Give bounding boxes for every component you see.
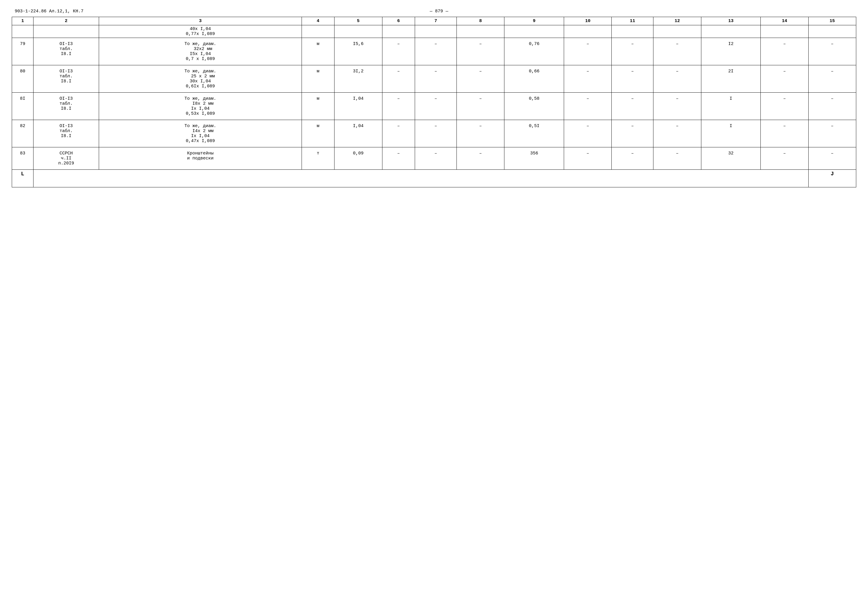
col-header-13: 13 [701,17,761,25]
row-81-col15: – [808,93,856,120]
row-80-col8: – [457,65,504,93]
row-79-col13: I2 [701,38,761,65]
row-79-col14: – [761,38,808,65]
footer-left: L [12,170,34,187]
row-82-col14: – [761,120,808,148]
row-80-col3: То же, диам. 25 х 2 мм 30х I,040,6Iх I,0… [99,65,302,93]
row-79-col3: То же, диам. 32х2 мм I5х I,040,7 х I,089 [99,38,302,65]
top-extra-col3: 40х I,04 0,77х I,089 [99,25,302,38]
row-79-col3-pre: То же, диам. 32х2 мм [184,42,216,51]
footer-right: J [808,170,856,187]
row-80-col6: – [382,65,415,93]
table-row: 8I ОI-I3 табл. I8.I То же, диам. I8х 2 м… [12,93,856,120]
row-82-col13: I [701,120,761,148]
row-82-col8: – [457,120,504,148]
col-header-2: 2 [34,17,99,25]
row-80-col13: 2I [701,65,761,93]
col-header-8: 8 [457,17,504,25]
col-header-15: 15 [808,17,856,25]
row-83-col12: – [653,148,701,170]
col-header-14: 14 [761,17,808,25]
row-num-83: 83 [12,148,34,170]
row-num-80: 80 [12,65,34,93]
top-extra-line2: 0,77х I,089 [186,31,215,36]
table-row: 79 ОI-I3 табл. I8.I То же, диам. 32х2 мм… [12,38,856,65]
col-header-11: 11 [612,17,653,25]
header-row: 1 2 3 4 5 6 7 8 9 10 11 12 13 14 15 [12,17,856,25]
row-83-col11: – [612,148,653,170]
row-81-col10: – [564,93,612,120]
row-83-col5: 0,09 [335,148,382,170]
row-80-col12: – [653,65,701,93]
row-num-82: 82 [12,120,34,148]
row-79-col10: – [564,38,612,65]
row-82-col7: – [415,120,457,148]
col-header-5: 5 [335,17,382,25]
row-81-col3-post: Iх I,040,53х I,089 [186,106,215,116]
row-83-col2: ССРСН ч.II п.20I9 [34,148,99,170]
row-79-col12: – [653,38,701,65]
row-num-79: 79 [12,38,34,65]
row-80-col4: м [302,65,335,93]
col-header-1: 1 [12,17,34,25]
row-83-col8: – [457,148,504,170]
col-header-12: 12 [653,17,701,25]
row-80-col14: – [761,65,808,93]
row-83-col14: – [761,148,808,170]
row-79-col7: – [415,38,457,65]
row-81-col14: – [761,93,808,120]
row-79-col4: м [302,38,335,65]
row-80-col7: – [415,65,457,93]
table-row: 82 ОI-I3 табл. I8.I То же, диам. I4х 2 м… [12,120,856,148]
page-header: 903-1-224.86 Ал.12,1, КН.7 — 879 — [12,9,856,14]
row-82-col3-post: Iх I,040,47х I,089 [186,134,215,143]
row-82-col3-pre: То же, диам. I4х 2 мм [184,124,216,134]
row-81-col4: м [302,93,335,120]
row-79-col11: – [612,38,653,65]
row-82-col10: – [564,120,612,148]
col-header-9: 9 [504,17,564,25]
row-83-col3: Кронштейныи подвески [99,148,302,170]
top-extra-line1: 40х I,04 [189,26,211,31]
row-82-col4: м [302,120,335,148]
col-header-3: 3 [99,17,302,25]
row-81-col8: – [457,93,504,120]
row-79-col9: 0,76 [504,38,564,65]
row-82-col2: ОI-I3 табл. I8.I [34,120,99,148]
table-row: 83 ССРСН ч.II п.20I9 Кронштейныи подвеск… [12,148,856,170]
row-83-col6: – [382,148,415,170]
row-81-col3: То же, диам. I8х 2 мм Iх I,040,53х I,089 [99,93,302,120]
top-extra-col2 [34,25,99,38]
row-81-col2: ОI-I3 табл. I8.I [34,93,99,120]
row-79-col8: – [457,38,504,65]
col-header-6: 6 [382,17,415,25]
row-83-col15: – [808,148,856,170]
row-82-col6: – [382,120,415,148]
top-extra-col1 [12,25,34,38]
col-header-7: 7 [415,17,457,25]
row-80-col2: ОI-I3 табл. I8.I [34,65,99,93]
row-82-col12: – [653,120,701,148]
row-83-col4: т [302,148,335,170]
col-header-4: 4 [302,17,335,25]
header-center: — 879 — [430,9,448,14]
row-81-col13: I [701,93,761,120]
row-82-col11: – [612,120,653,148]
col-header-10: 10 [564,17,612,25]
footer-row: L J [12,170,856,187]
row-81-col11: – [612,93,653,120]
row-79-col15: – [808,38,856,65]
row-80-col3-post: 30х I,040,6Iх I,089 [186,79,215,89]
row-82-col15: – [808,120,856,148]
row-80-col11: – [612,65,653,93]
row-83-col9: 356 [504,148,564,170]
row-83-col3-pre: Кронштейныи подвески [187,151,213,161]
row-80-col3-pre: То же, диам. 25 х 2 мм [184,69,216,79]
row-81-col12: – [653,93,701,120]
row-81-col9: 0,58 [504,93,564,120]
table-row: 80 ОI-I3 табл. I8.I То же, диам. 25 х 2 … [12,65,856,93]
row-81-col5: I,04 [335,93,382,120]
row-80-col9: 0,66 [504,65,564,93]
row-83-col7: – [415,148,457,170]
row-81-col7: – [415,93,457,120]
